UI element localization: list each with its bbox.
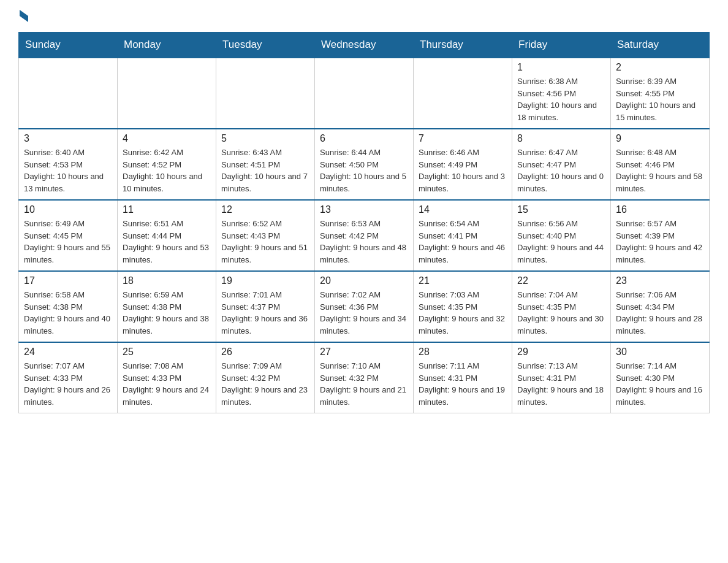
weekday-header-monday: Monday (118, 33, 216, 58)
weekday-header-sunday: Sunday (19, 33, 118, 58)
day-number: 26 (221, 347, 309, 358)
calendar-cell: 10Sunrise: 6:49 AM Sunset: 4:45 PM Dayli… (19, 200, 118, 271)
day-number: 28 (419, 347, 507, 358)
calendar-cell: 27Sunrise: 7:10 AM Sunset: 4:32 PM Dayli… (315, 342, 414, 413)
day-info: Sunrise: 6:57 AM Sunset: 4:39 PM Dayligh… (616, 218, 704, 266)
day-info: Sunrise: 7:11 AM Sunset: 4:31 PM Dayligh… (419, 360, 507, 408)
day-info: Sunrise: 6:52 AM Sunset: 4:43 PM Dayligh… (221, 218, 309, 266)
day-number: 2 (616, 62, 704, 73)
calendar-cell: 16Sunrise: 6:57 AM Sunset: 4:39 PM Dayli… (611, 200, 710, 271)
day-number: 5 (221, 133, 309, 144)
day-number: 30 (616, 347, 704, 358)
day-info: Sunrise: 7:06 AM Sunset: 4:34 PM Dayligh… (616, 289, 704, 337)
day-number: 6 (320, 133, 408, 144)
day-info: Sunrise: 6:59 AM Sunset: 4:38 PM Dayligh… (123, 289, 211, 337)
calendar-cell: 2Sunrise: 6:39 AM Sunset: 4:55 PM Daylig… (611, 58, 710, 129)
day-info: Sunrise: 7:04 AM Sunset: 4:35 PM Dayligh… (517, 289, 605, 337)
day-number: 19 (221, 275, 309, 286)
day-info: Sunrise: 6:48 AM Sunset: 4:46 PM Dayligh… (616, 147, 704, 194)
day-number: 21 (419, 275, 507, 286)
calendar-cell: 26Sunrise: 7:09 AM Sunset: 4:32 PM Dayli… (216, 342, 315, 413)
day-info: Sunrise: 6:38 AM Sunset: 4:56 PM Dayligh… (517, 75, 605, 123)
day-number: 13 (320, 204, 408, 215)
header (18, 12, 710, 22)
calendar-cell: 13Sunrise: 6:53 AM Sunset: 4:42 PM Dayli… (315, 200, 414, 271)
day-number: 4 (123, 133, 211, 144)
calendar-cell: 21Sunrise: 7:03 AM Sunset: 4:35 PM Dayli… (414, 271, 512, 342)
calendar-cell (315, 58, 414, 129)
day-number: 27 (320, 347, 408, 358)
day-info: Sunrise: 6:39 AM Sunset: 4:55 PM Dayligh… (616, 75, 704, 123)
calendar-week-row: 3Sunrise: 6:40 AM Sunset: 4:53 PM Daylig… (19, 129, 710, 200)
day-number: 12 (221, 204, 309, 215)
weekday-header-friday: Friday (512, 33, 611, 58)
calendar-week-row: 1Sunrise: 6:38 AM Sunset: 4:56 PM Daylig… (19, 58, 710, 129)
day-number: 1 (517, 62, 605, 73)
calendar-week-row: 24Sunrise: 7:07 AM Sunset: 4:33 PM Dayli… (19, 342, 710, 413)
calendar-cell: 8Sunrise: 6:47 AM Sunset: 4:47 PM Daylig… (512, 129, 611, 200)
day-info: Sunrise: 6:44 AM Sunset: 4:50 PM Dayligh… (320, 147, 408, 194)
calendar-cell: 24Sunrise: 7:07 AM Sunset: 4:33 PM Dayli… (19, 342, 118, 413)
calendar-cell: 1Sunrise: 6:38 AM Sunset: 4:56 PM Daylig… (512, 58, 611, 129)
calendar-week-row: 10Sunrise: 6:49 AM Sunset: 4:45 PM Dayli… (19, 200, 710, 271)
logo-flag-icon (20, 10, 28, 22)
calendar-cell: 12Sunrise: 6:52 AM Sunset: 4:43 PM Dayli… (216, 200, 315, 271)
calendar-cell: 19Sunrise: 7:01 AM Sunset: 4:37 PM Dayli… (216, 271, 315, 342)
day-info: Sunrise: 6:49 AM Sunset: 4:45 PM Dayligh… (24, 218, 112, 266)
weekday-header-thursday: Thursday (414, 33, 512, 58)
calendar-cell: 3Sunrise: 6:40 AM Sunset: 4:53 PM Daylig… (19, 129, 118, 200)
day-info: Sunrise: 6:43 AM Sunset: 4:51 PM Dayligh… (221, 147, 309, 194)
day-info: Sunrise: 7:01 AM Sunset: 4:37 PM Dayligh… (221, 289, 309, 337)
day-number: 24 (24, 347, 112, 358)
day-number: 25 (123, 347, 211, 358)
calendar-cell: 22Sunrise: 7:04 AM Sunset: 4:35 PM Dayli… (512, 271, 611, 342)
day-info: Sunrise: 7:09 AM Sunset: 4:32 PM Dayligh… (221, 360, 309, 408)
calendar-cell: 17Sunrise: 6:58 AM Sunset: 4:38 PM Dayli… (19, 271, 118, 342)
day-info: Sunrise: 6:54 AM Sunset: 4:41 PM Dayligh… (419, 218, 507, 266)
calendar-cell: 14Sunrise: 6:54 AM Sunset: 4:41 PM Dayli… (414, 200, 512, 271)
calendar-cell: 30Sunrise: 7:14 AM Sunset: 4:30 PM Dayli… (611, 342, 710, 413)
calendar-cell: 28Sunrise: 7:11 AM Sunset: 4:31 PM Dayli… (414, 342, 512, 413)
calendar-cell (118, 58, 216, 129)
day-info: Sunrise: 7:02 AM Sunset: 4:36 PM Dayligh… (320, 289, 408, 337)
calendar-cell: 9Sunrise: 6:48 AM Sunset: 4:46 PM Daylig… (611, 129, 710, 200)
day-info: Sunrise: 7:07 AM Sunset: 4:33 PM Dayligh… (24, 360, 112, 408)
calendar-cell: 4Sunrise: 6:42 AM Sunset: 4:52 PM Daylig… (118, 129, 216, 200)
day-info: Sunrise: 6:40 AM Sunset: 4:53 PM Dayligh… (24, 147, 112, 194)
weekday-header-wednesday: Wednesday (315, 33, 414, 58)
calendar-cell: 18Sunrise: 6:59 AM Sunset: 4:38 PM Dayli… (118, 271, 216, 342)
calendar-cell: 6Sunrise: 6:44 AM Sunset: 4:50 PM Daylig… (315, 129, 414, 200)
calendar-cell (216, 58, 315, 129)
calendar-cell: 20Sunrise: 7:02 AM Sunset: 4:36 PM Dayli… (315, 271, 414, 342)
day-info: Sunrise: 7:08 AM Sunset: 4:33 PM Dayligh… (123, 360, 211, 408)
day-info: Sunrise: 6:42 AM Sunset: 4:52 PM Dayligh… (123, 147, 211, 194)
day-number: 8 (517, 133, 605, 144)
day-info: Sunrise: 6:58 AM Sunset: 4:38 PM Dayligh… (24, 289, 112, 337)
calendar-week-row: 17Sunrise: 6:58 AM Sunset: 4:38 PM Dayli… (19, 271, 710, 342)
day-number: 9 (616, 133, 704, 144)
calendar-cell: 29Sunrise: 7:13 AM Sunset: 4:31 PM Dayli… (512, 342, 611, 413)
day-number: 20 (320, 275, 408, 286)
day-number: 3 (24, 133, 112, 144)
day-number: 10 (24, 204, 112, 215)
day-number: 23 (616, 275, 704, 286)
day-number: 11 (123, 204, 211, 215)
calendar-cell (414, 58, 512, 129)
calendar-cell: 23Sunrise: 7:06 AM Sunset: 4:34 PM Dayli… (611, 271, 710, 342)
calendar-table: SundayMondayTuesdayWednesdayThursdayFrid… (18, 32, 710, 413)
weekday-header-saturday: Saturday (611, 33, 710, 58)
calendar-cell: 25Sunrise: 7:08 AM Sunset: 4:33 PM Dayli… (118, 342, 216, 413)
day-number: 16 (616, 204, 704, 215)
day-info: Sunrise: 6:51 AM Sunset: 4:44 PM Dayligh… (123, 218, 211, 266)
day-number: 15 (517, 204, 605, 215)
weekday-header-row: SundayMondayTuesdayWednesdayThursdayFrid… (19, 33, 710, 58)
calendar-cell: 5Sunrise: 6:43 AM Sunset: 4:51 PM Daylig… (216, 129, 315, 200)
logo (18, 12, 40, 22)
day-number: 29 (517, 347, 605, 358)
day-info: Sunrise: 6:56 AM Sunset: 4:40 PM Dayligh… (517, 218, 605, 266)
weekday-header-tuesday: Tuesday (216, 33, 315, 58)
day-number: 14 (419, 204, 507, 215)
day-info: Sunrise: 6:47 AM Sunset: 4:47 PM Dayligh… (517, 147, 605, 194)
day-number: 17 (24, 275, 112, 286)
calendar-cell: 7Sunrise: 6:46 AM Sunset: 4:49 PM Daylig… (414, 129, 512, 200)
